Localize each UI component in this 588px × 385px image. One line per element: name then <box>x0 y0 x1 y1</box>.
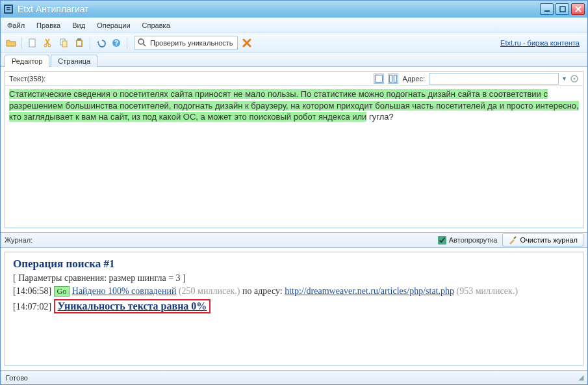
gear-icon[interactable] <box>570 74 579 83</box>
log-ts-2: [14:07:02] <box>13 302 51 312</box>
etxt-site-link[interactable]: Etxt.ru - биржа контента <box>500 39 583 47</box>
found-link[interactable]: Найдено 100% совпадений <box>72 286 177 296</box>
log-line-1: [14:06:58] Go Найдено 100% совпадений (2… <box>13 286 575 297</box>
main-window: Etxt Антиплагиат Файл Правка Вид Операци… <box>0 0 588 385</box>
editor-panel: Текст(358): Адрес: ▾ Статистические свед… <box>1 67 587 232</box>
clear-log-label: Очистить журнал <box>520 236 578 244</box>
svg-rect-2 <box>6 9 10 10</box>
close-button[interactable] <box>571 3 585 15</box>
minimize-button[interactable] <box>540 3 554 15</box>
separator <box>90 37 90 49</box>
titlebar[interactable]: Etxt Антиплагиат <box>1 1 587 18</box>
resize-grip-icon[interactable]: ◢ <box>578 373 582 382</box>
log-panel[interactable]: Операция поиска #1 [ Параметры сравнения… <box>5 252 583 366</box>
copy-icon[interactable] <box>57 36 70 49</box>
svg-rect-4 <box>560 7 565 12</box>
log-params: [ Параметры сравнения: размер шингла = 3… <box>13 273 575 284</box>
check-uniqueness-label: Проверить уникальность <box>150 39 233 47</box>
tab-editor[interactable]: Редактор <box>5 55 49 67</box>
autoscroll-checkbox[interactable]: Автопрокрутка <box>438 236 498 245</box>
address-dropdown-icon[interactable]: ▾ <box>563 75 566 82</box>
check-uniqueness-button[interactable]: Проверить уникальность <box>134 36 238 50</box>
by-address: по адресу: <box>242 286 283 296</box>
uniqueness-box: Уникальность текста равна 0% <box>54 299 211 313</box>
clear-log-button[interactable]: Очистить журнал <box>502 233 583 246</box>
broom-icon <box>508 235 517 245</box>
window-title: Etxt Антиплагиат <box>18 4 540 14</box>
highlighted-text: Статистические сведения о посетителях са… <box>9 89 579 122</box>
app-icon <box>3 4 14 14</box>
search-icon <box>137 38 147 48</box>
maximize-button[interactable] <box>556 3 569 15</box>
window-controls <box>540 3 585 15</box>
tab-page[interactable]: Страница <box>51 55 97 67</box>
time2: (953 миллисек.) <box>457 286 518 296</box>
paste-icon[interactable] <box>73 36 86 49</box>
log-header: Журнал: Автопрокрутка Очистить журнал <box>1 232 587 248</box>
menu-view[interactable]: Вид <box>72 21 85 29</box>
svg-point-20 <box>574 77 576 79</box>
go-badge: Go <box>54 286 70 297</box>
address-input[interactable] <box>429 73 559 85</box>
undo-icon[interactable] <box>94 36 107 49</box>
svg-rect-5 <box>29 39 35 47</box>
menu-edit[interactable]: Правка <box>36 21 60 29</box>
plain-text-tail: гугла? <box>369 112 394 122</box>
svg-rect-9 <box>62 41 67 47</box>
status-text: Готово <box>6 374 28 382</box>
log-ts-1: [14:06:58] <box>13 286 51 296</box>
cut-icon[interactable] <box>42 36 55 49</box>
toolbar: ? Проверить уникальность Etxt.ru - биржа… <box>1 33 587 53</box>
separator <box>21 37 22 49</box>
menu-operations[interactable]: Операции <box>97 21 130 29</box>
log-line-2: [14:07:02] Уникальность текста равна 0% <box>13 299 575 313</box>
time1: (250 миллисек.) <box>179 286 240 296</box>
menubar: Файл Правка Вид Операции Справка <box>1 18 587 33</box>
cancel-icon[interactable] <box>240 36 253 49</box>
layout-btn-2[interactable] <box>388 73 398 84</box>
open-folder-icon[interactable] <box>5 36 18 49</box>
svg-rect-18 <box>394 75 397 82</box>
svg-point-7 <box>48 44 51 47</box>
svg-text:?: ? <box>114 40 118 47</box>
layout-btn-1[interactable] <box>374 73 384 84</box>
autoscroll-label: Автопрокрутка <box>449 236 498 244</box>
separator <box>127 37 127 49</box>
svg-point-6 <box>44 44 47 47</box>
svg-rect-17 <box>390 75 392 82</box>
address-label: Адрес: <box>402 75 425 83</box>
svg-rect-11 <box>77 41 81 46</box>
editor-header: Текст(358): Адрес: ▾ <box>5 72 583 86</box>
help-icon[interactable]: ? <box>110 36 123 49</box>
new-doc-icon[interactable] <box>26 36 39 49</box>
autoscroll-input[interactable] <box>438 236 446 245</box>
statusbar: Готово ◢ <box>1 370 587 384</box>
tabs: Редактор Страница <box>1 53 587 67</box>
uniqueness-text: Уникальность текста равна 0% <box>58 300 207 312</box>
result-url[interactable]: http://dreamweaver.net.ru/articles/php/s… <box>285 286 454 296</box>
svg-rect-16 <box>376 75 383 82</box>
menu-file[interactable]: Файл <box>7 21 25 29</box>
editor-textarea[interactable]: Статистические сведения о посетителях са… <box>5 86 583 228</box>
svg-point-15 <box>138 39 144 44</box>
svg-rect-12 <box>77 38 81 40</box>
text-count-label: Текст(358): <box>9 75 45 83</box>
log-label: Журнал: <box>5 236 32 244</box>
log-op-title: Операция поиска #1 <box>13 258 575 271</box>
menu-help[interactable]: Справка <box>142 21 170 29</box>
svg-rect-1 <box>6 7 10 8</box>
svg-rect-3 <box>544 10 550 12</box>
